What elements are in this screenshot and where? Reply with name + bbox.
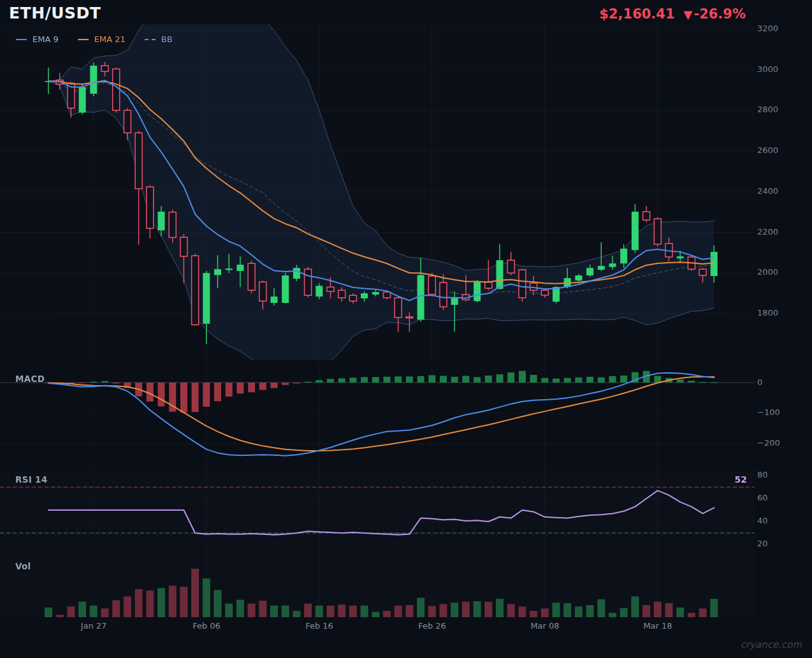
legend-label: EMA 9 — [33, 34, 59, 44]
macd-axis-tick: −100 — [757, 407, 780, 417]
date-axis-tick: Feb 06 — [192, 621, 221, 631]
rsi-chart-canvas[interactable] — [0, 470, 755, 553]
legend-item-bb[interactable]: BB — [145, 34, 173, 44]
page-title: ETH/USDT — [9, 4, 101, 22]
chart-legend: EMA 9 EMA 21 BB — [16, 34, 173, 44]
price-axis-tick: 3200 — [757, 24, 778, 33]
down-arrow-icon: ▼ — [684, 8, 693, 21]
legend-item-ema21[interactable]: EMA 21 — [78, 34, 126, 44]
rsi-axis-tick: 20 — [757, 539, 768, 548]
legend-item-ema9[interactable]: EMA 9 — [16, 34, 59, 44]
price-axis-tick: 3000 — [757, 64, 778, 74]
rsi-panel-label: RSI 14 — [15, 474, 47, 485]
ema9-line-swatch-icon — [16, 39, 27, 40]
trading-chart-app: ETH/USDT $2,160.41▼-26.9% EMA 9 EMA 21 B… — [0, 0, 812, 658]
date-axis-tick: Feb 26 — [418, 621, 446, 631]
macd-axis-tick: 0 — [757, 377, 762, 387]
date-axis-tick: Mar 08 — [530, 621, 559, 631]
date-axis-tick: Feb 16 — [305, 621, 333, 631]
last-price: $2,160.41 — [599, 6, 674, 22]
price-chart-canvas[interactable] — [0, 24, 755, 360]
price-ticker: $2,160.41▼-26.9% — [599, 6, 746, 22]
watermark: cryance.com — [741, 639, 802, 650]
macd-axis-tick: −200 — [757, 438, 780, 448]
bb-dashed-swatch-icon — [145, 39, 156, 40]
ema21-line-swatch-icon — [78, 39, 89, 40]
legend-label: EMA 21 — [94, 34, 126, 44]
vol-panel-label: Vol — [15, 561, 31, 571]
legend-label: BB — [161, 34, 173, 44]
rsi-axis-tick: 80 — [757, 470, 768, 479]
price-axis-tick: 2400 — [757, 186, 778, 196]
price-axis-tick: 1800 — [757, 308, 778, 318]
price-change: -26.9% — [693, 6, 746, 22]
price-axis-tick: 2800 — [757, 105, 778, 114]
rsi-axis-tick: 60 — [757, 493, 768, 502]
price-axis-tick: 2200 — [757, 227, 778, 237]
macd-chart-canvas[interactable] — [0, 360, 755, 470]
macd-panel-label: MACD — [15, 374, 45, 384]
price-axis-tick: 2000 — [757, 267, 778, 277]
rsi-value-badge: 52 — [735, 474, 747, 485]
date-axis-tick: Jan 27 — [81, 621, 107, 631]
date-axis-tick: Mar 18 — [643, 621, 672, 631]
price-axis-tick: 2600 — [757, 145, 778, 155]
volume-chart-canvas[interactable] — [0, 553, 755, 620]
rsi-axis-tick: 40 — [757, 516, 768, 525]
